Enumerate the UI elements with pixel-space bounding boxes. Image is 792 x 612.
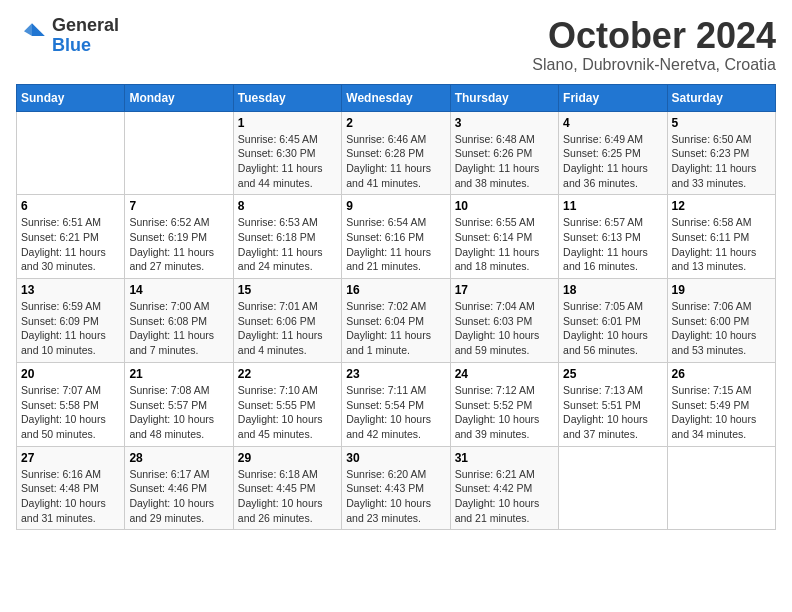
day-info: Sunrise: 7:02 AMSunset: 6:04 PMDaylight:…: [346, 299, 445, 358]
day-number: 12: [672, 199, 771, 213]
header-cell-wednesday: Wednesday: [342, 84, 450, 111]
day-cell: 27Sunrise: 6:16 AMSunset: 4:48 PMDayligh…: [17, 446, 125, 530]
day-number: 26: [672, 367, 771, 381]
day-cell: 7Sunrise: 6:52 AMSunset: 6:19 PMDaylight…: [125, 195, 233, 279]
day-info: Sunrise: 6:54 AMSunset: 6:16 PMDaylight:…: [346, 215, 445, 274]
day-info: Sunrise: 6:59 AMSunset: 6:09 PMDaylight:…: [21, 299, 120, 358]
day-cell: 29Sunrise: 6:18 AMSunset: 4:45 PMDayligh…: [233, 446, 341, 530]
day-number: 1: [238, 116, 337, 130]
day-number: 11: [563, 199, 662, 213]
day-cell: 6Sunrise: 6:51 AMSunset: 6:21 PMDaylight…: [17, 195, 125, 279]
logo-text: General Blue: [52, 16, 119, 56]
day-info: Sunrise: 7:04 AMSunset: 6:03 PMDaylight:…: [455, 299, 554, 358]
day-info: Sunrise: 6:45 AMSunset: 6:30 PMDaylight:…: [238, 132, 337, 191]
day-info: Sunrise: 7:10 AMSunset: 5:55 PMDaylight:…: [238, 383, 337, 442]
day-info: Sunrise: 7:01 AMSunset: 6:06 PMDaylight:…: [238, 299, 337, 358]
day-number: 14: [129, 283, 228, 297]
title-block: October 2024 Slano, Dubrovnik-Neretva, C…: [532, 16, 776, 74]
day-number: 17: [455, 283, 554, 297]
day-cell: 21Sunrise: 7:08 AMSunset: 5:57 PMDayligh…: [125, 362, 233, 446]
day-info: Sunrise: 6:52 AMSunset: 6:19 PMDaylight:…: [129, 215, 228, 274]
day-number: 19: [672, 283, 771, 297]
day-cell: 20Sunrise: 7:07 AMSunset: 5:58 PMDayligh…: [17, 362, 125, 446]
day-cell: 4Sunrise: 6:49 AMSunset: 6:25 PMDaylight…: [559, 111, 667, 195]
day-info: Sunrise: 7:05 AMSunset: 6:01 PMDaylight:…: [563, 299, 662, 358]
logo-blue-text: Blue: [52, 36, 119, 56]
calendar-header: SundayMondayTuesdayWednesdayThursdayFrid…: [17, 84, 776, 111]
header-cell-monday: Monday: [125, 84, 233, 111]
day-cell: 12Sunrise: 6:58 AMSunset: 6:11 PMDayligh…: [667, 195, 775, 279]
day-info: Sunrise: 6:20 AMSunset: 4:43 PMDaylight:…: [346, 467, 445, 526]
day-info: Sunrise: 7:08 AMSunset: 5:57 PMDaylight:…: [129, 383, 228, 442]
day-number: 29: [238, 451, 337, 465]
day-number: 6: [21, 199, 120, 213]
day-info: Sunrise: 6:16 AMSunset: 4:48 PMDaylight:…: [21, 467, 120, 526]
day-cell: 30Sunrise: 6:20 AMSunset: 4:43 PMDayligh…: [342, 446, 450, 530]
header-cell-friday: Friday: [559, 84, 667, 111]
day-info: Sunrise: 6:21 AMSunset: 4:42 PMDaylight:…: [455, 467, 554, 526]
day-info: Sunrise: 7:15 AMSunset: 5:49 PMDaylight:…: [672, 383, 771, 442]
day-number: 31: [455, 451, 554, 465]
day-cell: 17Sunrise: 7:04 AMSunset: 6:03 PMDayligh…: [450, 279, 558, 363]
calendar-table: SundayMondayTuesdayWednesdayThursdayFrid…: [16, 84, 776, 531]
day-info: Sunrise: 6:46 AMSunset: 6:28 PMDaylight:…: [346, 132, 445, 191]
day-number: 18: [563, 283, 662, 297]
day-cell: 11Sunrise: 6:57 AMSunset: 6:13 PMDayligh…: [559, 195, 667, 279]
day-cell: 16Sunrise: 7:02 AMSunset: 6:04 PMDayligh…: [342, 279, 450, 363]
day-info: Sunrise: 7:06 AMSunset: 6:00 PMDaylight:…: [672, 299, 771, 358]
day-info: Sunrise: 7:11 AMSunset: 5:54 PMDaylight:…: [346, 383, 445, 442]
day-info: Sunrise: 7:13 AMSunset: 5:51 PMDaylight:…: [563, 383, 662, 442]
day-cell: [125, 111, 233, 195]
day-info: Sunrise: 6:58 AMSunset: 6:11 PMDaylight:…: [672, 215, 771, 274]
day-cell: 22Sunrise: 7:10 AMSunset: 5:55 PMDayligh…: [233, 362, 341, 446]
day-cell: [559, 446, 667, 530]
logo-icon: [16, 20, 48, 52]
day-number: 2: [346, 116, 445, 130]
day-cell: 9Sunrise: 6:54 AMSunset: 6:16 PMDaylight…: [342, 195, 450, 279]
day-number: 9: [346, 199, 445, 213]
day-cell: 28Sunrise: 6:17 AMSunset: 4:46 PMDayligh…: [125, 446, 233, 530]
day-number: 7: [129, 199, 228, 213]
day-number: 20: [21, 367, 120, 381]
day-cell: 8Sunrise: 6:53 AMSunset: 6:18 PMDaylight…: [233, 195, 341, 279]
day-cell: 18Sunrise: 7:05 AMSunset: 6:01 PMDayligh…: [559, 279, 667, 363]
day-info: Sunrise: 6:18 AMSunset: 4:45 PMDaylight:…: [238, 467, 337, 526]
day-number: 22: [238, 367, 337, 381]
day-cell: 24Sunrise: 7:12 AMSunset: 5:52 PMDayligh…: [450, 362, 558, 446]
day-info: Sunrise: 6:51 AMSunset: 6:21 PMDaylight:…: [21, 215, 120, 274]
day-number: 16: [346, 283, 445, 297]
day-cell: 19Sunrise: 7:06 AMSunset: 6:00 PMDayligh…: [667, 279, 775, 363]
day-number: 28: [129, 451, 228, 465]
day-cell: [17, 111, 125, 195]
day-info: Sunrise: 6:17 AMSunset: 4:46 PMDaylight:…: [129, 467, 228, 526]
header-cell-tuesday: Tuesday: [233, 84, 341, 111]
week-row-1: 1Sunrise: 6:45 AMSunset: 6:30 PMDaylight…: [17, 111, 776, 195]
day-number: 13: [21, 283, 120, 297]
day-cell: 23Sunrise: 7:11 AMSunset: 5:54 PMDayligh…: [342, 362, 450, 446]
day-number: 10: [455, 199, 554, 213]
day-cell: 2Sunrise: 6:46 AMSunset: 6:28 PMDaylight…: [342, 111, 450, 195]
logo: General Blue: [16, 16, 119, 56]
day-info: Sunrise: 6:48 AMSunset: 6:26 PMDaylight:…: [455, 132, 554, 191]
svg-marker-1: [24, 23, 32, 36]
day-number: 23: [346, 367, 445, 381]
logo-general-text: General: [52, 16, 119, 36]
week-row-2: 6Sunrise: 6:51 AMSunset: 6:21 PMDaylight…: [17, 195, 776, 279]
calendar-body: 1Sunrise: 6:45 AMSunset: 6:30 PMDaylight…: [17, 111, 776, 530]
day-info: Sunrise: 7:00 AMSunset: 6:08 PMDaylight:…: [129, 299, 228, 358]
day-info: Sunrise: 7:12 AMSunset: 5:52 PMDaylight:…: [455, 383, 554, 442]
svg-marker-0: [32, 23, 45, 36]
day-number: 3: [455, 116, 554, 130]
day-cell: 3Sunrise: 6:48 AMSunset: 6:26 PMDaylight…: [450, 111, 558, 195]
page-header: General Blue October 2024 Slano, Dubrovn…: [16, 16, 776, 74]
header-cell-saturday: Saturday: [667, 84, 775, 111]
month-title: October 2024: [532, 16, 776, 56]
day-number: 5: [672, 116, 771, 130]
day-number: 8: [238, 199, 337, 213]
day-number: 27: [21, 451, 120, 465]
day-info: Sunrise: 6:50 AMSunset: 6:23 PMDaylight:…: [672, 132, 771, 191]
day-cell: 10Sunrise: 6:55 AMSunset: 6:14 PMDayligh…: [450, 195, 558, 279]
day-cell: 14Sunrise: 7:00 AMSunset: 6:08 PMDayligh…: [125, 279, 233, 363]
day-number: 21: [129, 367, 228, 381]
day-info: Sunrise: 6:55 AMSunset: 6:14 PMDaylight:…: [455, 215, 554, 274]
